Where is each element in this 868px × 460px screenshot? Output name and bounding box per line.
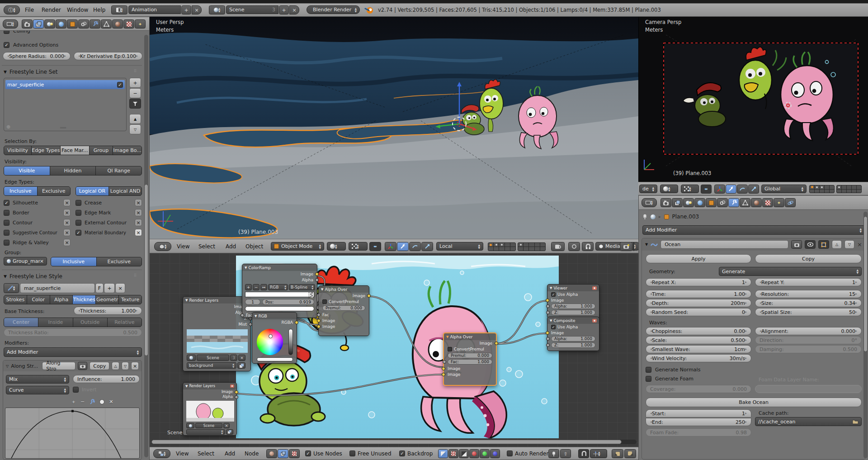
- pin-icon[interactable]: [642, 214, 647, 219]
- backdrop-blue-button[interactable]: [490, 449, 500, 458]
- thickness-ratio-field[interactable]: Thickness Ratio:0.500: [4, 328, 142, 337]
- modifier-expand-icon[interactable]: ▽: [6, 364, 9, 368]
- node-menu-select[interactable]: Select: [198, 451, 214, 457]
- culling-checkbox[interactable]: ✓: [4, 31, 9, 34]
- menu-help[interactable]: Help: [93, 7, 105, 13]
- lineset-move-up-button[interactable]: ▲: [129, 114, 141, 124]
- manipulator-translate-button[interactable]: [397, 242, 409, 251]
- tab-particles-icon[interactable]: ✦: [135, 19, 146, 28]
- panel-expand-icon[interactable]: ▼: [4, 70, 7, 74]
- advanced-options-checkbox[interactable]: ✓: [4, 42, 9, 48]
- modifier-name-field[interactable]: Ocean: [660, 240, 788, 249]
- node-layer-select[interactable]: background▲▼: [187, 362, 236, 369]
- viewport-menu-view[interactable]: View: [177, 243, 189, 250]
- camera-shading-select[interactable]: ▲▼: [660, 185, 678, 193]
- visibility-qi-range-button[interactable]: QI Range: [96, 166, 142, 175]
- snap-magnet-button[interactable]: [582, 242, 594, 251]
- camera-pivot-select[interactable]: ▲▼: [681, 185, 699, 193]
- alignment-field[interactable]: ◂Alignment:0.000▸: [755, 327, 862, 335]
- curve-zoom-out-icon[interactable]: −: [80, 399, 85, 405]
- group-field[interactable]: Group_mar×: [4, 257, 47, 266]
- end-field[interactable]: ◂End:250▸: [646, 418, 751, 426]
- value-slider[interactable]: [288, 329, 293, 355]
- proportional-edit-button[interactable]: [568, 242, 580, 251]
- tab-world-icon[interactable]: [56, 19, 66, 28]
- border-exclude-button[interactable]: ×: [63, 209, 71, 216]
- lineset-remove-button[interactable]: −: [129, 88, 141, 98]
- node-scene-field[interactable]: Scene: [195, 423, 222, 428]
- node-scene-icon-button[interactable]: [187, 355, 196, 361]
- node-alpha-over-1[interactable]: ▼Alpha Over Image ConvertPremul Premul:0…: [318, 285, 369, 336]
- opengl-anim-button[interactable]: [633, 242, 634, 251]
- selection-face-marks-button[interactable]: Face Mar...: [61, 146, 89, 155]
- thickness-outside-button[interactable]: Outside: [73, 318, 107, 327]
- lineset-list-item[interactable]: mar_superficie ✓: [5, 80, 125, 89]
- backdrop-red-button[interactable]: [469, 449, 479, 458]
- camera-layers-block-2[interactable]: [836, 185, 862, 193]
- pivot-align-toggle[interactable]: ⬌: [369, 242, 381, 251]
- linestyle-name-field[interactable]: mar_superficie: [20, 283, 95, 293]
- rtab-world-icon[interactable]: [694, 198, 705, 207]
- thickness-inside-button[interactable]: Inside: [38, 318, 72, 327]
- camera-orientation-select[interactable]: Global▲▼: [761, 185, 807, 193]
- camera-viewport[interactable]: (39) Plane.003 Camera Persp Meters: [638, 17, 868, 182]
- modifier-show-editmode-toggle[interactable]: [818, 240, 829, 249]
- generate-normals-checkbox[interactable]: ✓: [646, 367, 651, 373]
- viewport-3d[interactable]: (39) Plane.003 User Persp Meters ▲▼ View…: [150, 17, 638, 253]
- crease-checkbox[interactable]: ✓: [75, 200, 81, 206]
- composite-z-field[interactable]: Z:1.000: [551, 342, 595, 348]
- visibility-hidden-button[interactable]: Hidden: [50, 166, 96, 175]
- bake-ocean-button[interactable]: Bake Ocean: [646, 398, 862, 407]
- style-tab-geometry[interactable]: Geometr: [96, 295, 118, 304]
- node-editor[interactable]: ▼Render Layers Image Alpha Z Mist Scene …: [150, 253, 638, 460]
- layout-icon[interactable]: ▲▼: [111, 5, 127, 14]
- convert-premul-checkbox[interactable]: [322, 299, 327, 304]
- modifier-delete-button[interactable]: ×: [131, 362, 139, 370]
- edge-mark-exclude-button[interactable]: ×: [135, 209, 142, 216]
- tab-render-icon[interactable]: [22, 19, 33, 28]
- camera-manipulator-translate-button[interactable]: [726, 185, 736, 194]
- node-viewer[interactable]: ▼Viewer ✓Use Alpha Image Alpha:1.000 Z:1…: [547, 284, 599, 318]
- modifier-move-down-button[interactable]: ▽: [844, 240, 854, 249]
- coverage-field[interactable]: Coverage:0.000: [646, 385, 751, 393]
- modifier-render-toggle[interactable]: [791, 240, 802, 249]
- external-contour-exclude-button[interactable]: ×: [135, 219, 142, 226]
- material-boundary-checkbox[interactable]: ✓: [75, 230, 81, 236]
- curve-zoom-in-icon[interactable]: ＋: [71, 398, 76, 405]
- transform-orientation-select[interactable]: Local▲▼: [436, 242, 483, 251]
- node-menu-view[interactable]: View: [176, 451, 189, 457]
- viewport-editor-type-button[interactable]: ▲▼: [154, 242, 171, 251]
- node-editor-hscrollbar[interactable]: [151, 440, 637, 444]
- node-composite[interactable]: ▼Composite ✓Use Alpha Image Alpha:1.000 …: [547, 317, 599, 351]
- selection-group-button[interactable]: Group: [90, 146, 113, 155]
- rtab-texture-icon[interactable]: [762, 198, 773, 207]
- direction-field[interactable]: Direction:0°: [755, 336, 862, 344]
- right-editor-type-button[interactable]: ▲▼: [642, 198, 657, 207]
- use-alpha-checkbox[interactable]: ✓: [551, 325, 556, 329]
- edge-inclusive-button[interactable]: Inclusive: [4, 187, 37, 195]
- pin-button[interactable]: [548, 449, 559, 458]
- node-menu-node[interactable]: Node: [245, 451, 259, 457]
- kr-derivative-field[interactable]: ◂Kr Derivative Ep:0.100▸: [74, 52, 142, 60]
- tab-texture-icon[interactable]: [123, 19, 134, 28]
- choppiness-field[interactable]: ◂Choppiness:0.00▸: [646, 327, 751, 335]
- camera-mode-select-truncated[interactable]: de▲▼: [639, 185, 657, 193]
- viewport-menu-object[interactable]: Object: [245, 243, 263, 250]
- ramp-interpolation-select[interactable]: B-Spline▲▼: [289, 284, 315, 290]
- repeat-y-field[interactable]: ◂Repeat Y:1▸: [755, 278, 862, 286]
- node-render-layer-button[interactable]: [226, 429, 233, 435]
- foam-layer-name-field[interactable]: [755, 385, 862, 393]
- ramp-position-field[interactable]: Pos:0.919: [262, 299, 314, 305]
- group-exclusive-button[interactable]: Exclusive: [97, 257, 142, 266]
- panel-grip-icon[interactable]: ⠿: [134, 273, 137, 278]
- scene-icon[interactable]: ▲▼: [209, 5, 225, 14]
- backdrop-alpha-checker-button[interactable]: [448, 449, 458, 458]
- rtab-physics-icon[interactable]: [785, 198, 796, 207]
- start-field[interactable]: ◂Start:1▸: [646, 409, 751, 417]
- visibility-visible-button[interactable]: Visible: [4, 166, 50, 175]
- node-snap-magnet-button[interactable]: [578, 449, 589, 458]
- tab-data-icon[interactable]: [101, 19, 112, 28]
- free-unused-checkbox[interactable]: ✓: [349, 451, 355, 456]
- scene-delete-button[interactable]: ×: [289, 5, 299, 14]
- panel-grip-icon[interactable]: ⠿: [134, 69, 137, 73]
